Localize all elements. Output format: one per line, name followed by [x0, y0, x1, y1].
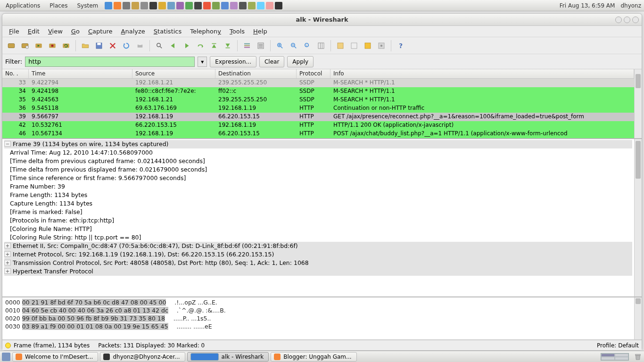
filter-input[interactable] [25, 57, 195, 67]
expert-info-icon[interactable] [5, 343, 11, 348]
col-time[interactable]: Time [29, 69, 132, 78]
menu-telephony[interactable]: Telephony [186, 26, 225, 36]
col-source[interactable]: Source [132, 69, 215, 78]
tcp-header[interactable]: Transmission Control Protocol, Src Port:… [13, 259, 309, 266]
launcher-icon[interactable] [149, 2, 157, 9]
hex-line[interactable]: 0000 00 21 91 8f bd 6f 70 5a b6 0c d8 47… [5, 298, 631, 306]
filter-dropdown-icon[interactable]: ▾ [198, 57, 207, 67]
gnome-places[interactable]: Places [47, 1, 70, 10]
expand-icon[interactable]: + [4, 243, 11, 248]
find-icon[interactable] [153, 40, 165, 52]
ip-header[interactable]: Internet Protocol, Src: 192.168.1.19 (19… [13, 251, 274, 258]
launcher-icon[interactable] [105, 2, 112, 9]
go-forward-icon[interactable] [181, 40, 193, 52]
window-titlebar[interactable]: alk - Wireshark [2, 14, 642, 26]
coloring-rules-icon[interactable] [362, 40, 374, 52]
window-close[interactable] [632, 16, 639, 23]
packet-row[interactable]: 399.566797192.168.1.1966.220.153.15HTTPG… [2, 113, 634, 121]
gnome-system[interactable]: System [74, 1, 101, 10]
resize-columns-icon[interactable] [315, 40, 327, 52]
launcher-icon[interactable] [221, 2, 229, 9]
apply-button[interactable]: Apply [287, 56, 314, 67]
detail-line[interactable]: Frame Length: 1134 bytes [4, 191, 632, 199]
detail-line[interactable]: Capture Length: 1134 bytes [4, 199, 632, 208]
detail-line[interactable]: [Frame is marked: False] [4, 208, 632, 216]
launcher-icon[interactable] [158, 2, 166, 9]
hex-scrollbar[interactable] [634, 297, 642, 339]
expand-icon[interactable]: + [4, 260, 11, 265]
close-icon[interactable] [107, 40, 119, 52]
packet-list-scrollbar[interactable] [634, 69, 642, 138]
launcher-icon[interactable] [140, 2, 148, 9]
col-info[interactable]: Info [330, 69, 634, 78]
gnome-apps[interactable]: Applications [3, 1, 43, 10]
launcher-icon[interactable] [167, 2, 175, 9]
zoom-out-icon[interactable] [288, 40, 300, 52]
clock[interactable]: Fri Aug 13, 6:59 AM [560, 2, 615, 9]
launcher-icon[interactable] [185, 2, 193, 9]
launcher-icon[interactable] [132, 2, 139, 9]
print-icon[interactable] [134, 40, 146, 52]
frame-header[interactable]: Frame 39 (1134 bytes on wire, 1134 bytes… [13, 140, 168, 148]
menu-go[interactable]: Go [67, 26, 83, 36]
preferences-icon[interactable] [375, 40, 388, 52]
stop-capture-icon[interactable] [46, 40, 58, 52]
hex-line[interactable]: 0010 04 60 5e cb 40 00 40 06 3a 26 c0 a8… [5, 306, 631, 314]
display-filters-icon[interactable] [348, 40, 360, 52]
status-profile[interactable]: Profile: Default [597, 342, 639, 349]
user-name[interactable]: dhyonz [620, 2, 641, 9]
options-icon[interactable] [19, 40, 31, 52]
detail-line[interactable]: [Time delta from previous captured frame… [4, 157, 632, 165]
task-wireshark[interactable]: alk - Wireshark [187, 352, 269, 362]
details-scrollbar[interactable] [634, 139, 642, 296]
hex-line[interactable]: 0030 03 89 a1 f9 00 00 01 01 08 0a 00 19… [5, 322, 631, 330]
menu-capture[interactable]: Capture [84, 26, 116, 36]
packet-row[interactable]: 339.422794192.168.1.21239.255.255.250SSD… [2, 79, 634, 87]
launcher-icon[interactable] [266, 2, 273, 9]
window-maximize[interactable] [624, 16, 630, 23]
packet-row[interactable]: 4210.53276166.220.153.15192.168.1.19HTTP… [2, 121, 634, 130]
help-icon[interactable]: ? [395, 40, 407, 52]
col-protocol[interactable]: Protocol [297, 69, 330, 78]
packet-row[interactable]: 4610.567134192.168.1.1966.220.153.15HTTP… [2, 130, 634, 138]
detail-line[interactable]: Arrival Time: Aug 12, 2010 14:47:10.5680… [4, 148, 632, 157]
task-terminal[interactable]: dhyonz@Dhyonz-Acer... [100, 352, 185, 362]
launcher-icon[interactable] [257, 2, 264, 9]
go-first-icon[interactable] [208, 40, 220, 52]
launcher-icon[interactable] [176, 2, 184, 9]
hex-dump[interactable]: 0000 00 21 91 8f bd 6f 70 5a b6 0c d8 47… [2, 297, 634, 339]
packet-row[interactable]: 359.424563192.168.1.21239.255.255.250SSD… [2, 96, 634, 104]
menu-help[interactable]: Help [249, 26, 271, 36]
colorize-icon[interactable] [241, 40, 253, 52]
auto-scroll-icon[interactable] [255, 40, 267, 52]
menu-view[interactable]: View [44, 26, 66, 36]
go-to-icon[interactable] [194, 40, 206, 52]
zoom-in-icon[interactable] [274, 40, 286, 52]
task-firefox[interactable]: Welcome to I'mDesert... [12, 352, 98, 362]
launcher-icon[interactable] [248, 2, 256, 9]
menu-edit[interactable]: Edit [24, 26, 43, 36]
detail-line[interactable]: [Coloring Rule String: http || tcp.port … [4, 233, 632, 242]
open-icon[interactable] [79, 40, 91, 52]
zoom-100-icon[interactable]: 1:1 [301, 40, 314, 52]
save-icon[interactable] [93, 40, 105, 52]
clear-button[interactable]: Clear [259, 56, 284, 67]
col-no[interactable]: No. . [2, 69, 29, 78]
show-desktop-icon[interactable] [2, 353, 10, 361]
menu-file[interactable]: File [5, 26, 23, 36]
restart-capture-icon[interactable] [60, 40, 72, 52]
launcher-icon[interactable] [239, 2, 247, 9]
collapse-icon[interactable]: − [4, 141, 11, 147]
launcher-icon[interactable] [194, 2, 202, 9]
col-destination[interactable]: Destination [215, 69, 297, 78]
packet-details-tree[interactable]: −Frame 39 (1134 bytes on wire, 1134 byte… [2, 139, 634, 296]
detail-line[interactable]: Frame Number: 39 [4, 182, 632, 191]
launcher-icon[interactable] [203, 2, 211, 9]
packet-row[interactable]: 369.54511869.63.176.169192.168.1.19HTTPC… [2, 104, 634, 113]
detail-line[interactable]: [Coloring Rule Name: HTTP] [4, 225, 632, 233]
menu-analyze[interactable]: Analyze [117, 26, 149, 36]
ethernet-header[interactable]: Ethernet II, Src: CompalIn_0c:d8:47 (70:… [13, 242, 298, 249]
menu-statistics[interactable]: Statistics [150, 26, 185, 36]
launcher-icon[interactable] [212, 2, 220, 9]
start-capture-icon[interactable] [33, 40, 45, 52]
